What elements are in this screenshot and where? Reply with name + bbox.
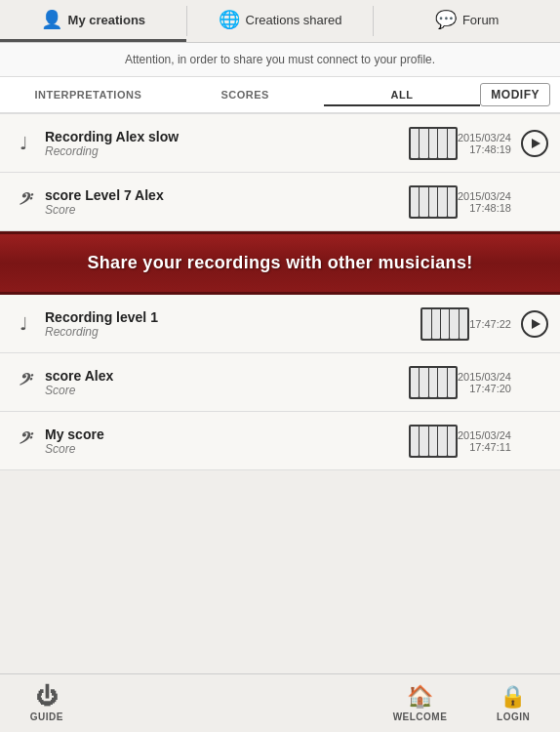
- guide-label: GUIDE: [30, 712, 63, 722]
- bottom-nav-login[interactable]: 🔒 LOGIN: [466, 684, 560, 722]
- item-subtitle: Score: [45, 384, 409, 397]
- tab-creations-shared-label: Creations shared: [246, 13, 342, 27]
- item-title: score Level 7 Alex: [45, 187, 409, 203]
- item-info: score Alex Score: [35, 368, 409, 397]
- score-icon: 𝄢: [12, 190, 35, 213]
- piano-thumbnail: [409, 425, 458, 458]
- item-title: Recording Alex slow: [45, 129, 409, 144]
- modify-button[interactable]: MODIFY: [480, 83, 550, 106]
- item-subtitle: Score: [45, 442, 409, 456]
- promo-text: Share your recordings with other musicia…: [88, 253, 473, 272]
- piano-thumbnail: [409, 185, 458, 219]
- piano-thumbnail: [409, 366, 458, 399]
- tab-forum-label: Forum: [462, 13, 500, 27]
- bottom-navigation: ⏻ GUIDE 🏠 WELCOME 🔒 LOGIN: [0, 673, 560, 732]
- tab-my-creations[interactable]: 👤 My creations: [0, 0, 186, 42]
- item-title: Recording level 1: [45, 309, 420, 325]
- list-item[interactable]: 𝄢 score Level 7 Alex Score 2015/03/24 17…: [0, 173, 560, 231]
- item-subtitle: Score: [45, 203, 409, 217]
- score-icon: 𝄢: [12, 429, 35, 452]
- item-date: 17:47:22: [469, 318, 511, 330]
- score-icon: 𝄢: [12, 371, 35, 393]
- list-item[interactable]: 𝄢 My score Score 2015/03/24 17:47:11: [0, 412, 560, 470]
- piano-thumbnail: [420, 307, 469, 341]
- bottom-nav-guide[interactable]: ⏻ GUIDE: [0, 684, 94, 722]
- lock-icon: 🔒: [500, 684, 527, 710]
- forum-icon: 💬: [435, 9, 457, 30]
- tab-my-creations-label: My creations: [68, 13, 145, 27]
- promo-banner: Share your recordings with other musicia…: [0, 231, 560, 295]
- list-item[interactable]: 𝄢 score Alex Score 2015/03/24 17:47:20: [0, 353, 560, 412]
- filter-tab-all[interactable]: ALL: [324, 85, 481, 106]
- item-info: score Level 7 Alex Score: [35, 187, 409, 217]
- top-navigation: 👤 My creations 🌐 Creations shared 💬 Foru…: [0, 0, 560, 43]
- tab-creations-shared[interactable]: 🌐 Creations shared: [187, 0, 374, 42]
- item-date: 2015/03/24 17:47:11: [458, 429, 511, 453]
- item-info: Recording level 1 Recording: [35, 309, 420, 339]
- item-date: 2015/03/24 17:47:20: [458, 371, 511, 394]
- home-icon: 🏠: [407, 684, 434, 710]
- item-subtitle: Recording: [45, 325, 420, 339]
- piano-thumbnail: [409, 127, 458, 160]
- login-label: LOGIN: [497, 712, 530, 722]
- item-date: 2015/03/24 17:48:19: [458, 132, 511, 155]
- welcome-label: WELCOME: [393, 712, 448, 722]
- items-list: ♩ Recording Alex slow Recording 2015/03/…: [0, 114, 560, 470]
- globe-icon: 🌐: [219, 9, 240, 30]
- play-button[interactable]: [521, 130, 548, 157]
- filter-tab-interpretations[interactable]: INTERPRETATIONS: [10, 85, 167, 106]
- list-item[interactable]: ♩ Recording level 1 Recording 17:47:22: [0, 295, 560, 353]
- item-subtitle: Recording: [45, 144, 409, 158]
- music-note-icon: ♩: [12, 133, 35, 154]
- item-date: 2015/03/24 17:48:18: [458, 190, 511, 214]
- play-button[interactable]: [521, 310, 548, 338]
- tab-forum[interactable]: 💬 Forum: [374, 0, 560, 42]
- item-info: Recording Alex slow Recording: [35, 129, 409, 158]
- filter-tab-scores[interactable]: SCORES: [167, 85, 324, 106]
- item-info: My score Score: [35, 427, 409, 456]
- user-icon: 👤: [41, 9, 62, 30]
- music-note-icon: ♩: [12, 313, 35, 335]
- bottom-nav-welcome[interactable]: 🏠 WELCOME: [374, 684, 467, 722]
- item-title: My score: [45, 427, 409, 442]
- list-item[interactable]: ♩ Recording Alex slow Recording 2015/03/…: [0, 114, 560, 173]
- item-title: score Alex: [45, 368, 409, 384]
- filter-tabs-bar: INTERPRETATIONS SCORES ALL MODIFY: [0, 77, 560, 114]
- attention-text: Attention, in order to share you must co…: [125, 53, 435, 66]
- attention-banner: Attention, in order to share you must co…: [0, 43, 560, 77]
- power-icon: ⏻: [36, 684, 59, 710]
